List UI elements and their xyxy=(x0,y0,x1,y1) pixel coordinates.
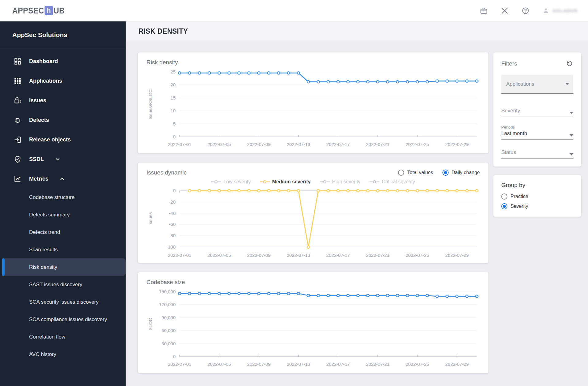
group-by-radio-severity[interactable]: Severity xyxy=(501,203,573,209)
radio-label: Practice xyxy=(510,194,528,199)
sidebar-item-scan-results[interactable]: Scan results xyxy=(0,241,126,258)
sidebar-item-ssdl[interactable]: SSDL xyxy=(0,149,126,169)
sidebar-item-defects[interactable]: Defects xyxy=(0,110,126,130)
legend-line-marker-icon xyxy=(211,180,221,184)
sidebar-item-defects-summary[interactable]: Defects summary xyxy=(0,206,126,223)
sidebar-item-label: Issues xyxy=(29,97,46,104)
sidebar-item-label: Codebase structure xyxy=(29,194,74,200)
svg-text:60,000: 60,000 xyxy=(161,328,176,333)
legend-medium-severity[interactable]: Medium severity xyxy=(260,179,310,185)
sidebar-item-label: SCA compliance issues discovery xyxy=(29,317,107,323)
svg-text:2022-07-01: 2022-07-01 xyxy=(168,142,192,147)
svg-text:2022-07-13: 2022-07-13 xyxy=(287,253,310,258)
sidebar-item-risk-density[interactable]: Risk density xyxy=(3,258,126,276)
sidebar-item-label: SSDL xyxy=(29,156,44,163)
chart-title: Risk density xyxy=(146,59,178,66)
sidebar-item-avc-history[interactable]: AVC history xyxy=(0,346,126,363)
sidebar-item-applications[interactable]: Applications xyxy=(0,71,126,91)
logo-text-suffix: UB xyxy=(54,6,65,16)
svg-text:2022-07-21: 2022-07-21 xyxy=(366,253,389,258)
logo-text-prefix: APPSEC xyxy=(12,6,44,16)
sidebar-item-label: Metrics xyxy=(29,176,48,182)
legend-high-severity[interactable]: High severity xyxy=(320,179,360,185)
svg-text:30,000: 30,000 xyxy=(161,341,176,346)
periods-select[interactable]: Last month xyxy=(501,130,573,140)
filters-column: Filters Applications Severity Periods La… xyxy=(493,52,581,386)
app-logo[interactable]: APPSEChUB xyxy=(12,6,65,16)
legend-critical-severity[interactable]: Critical severity xyxy=(370,179,415,185)
sidebar-item-label: Applications xyxy=(29,78,62,84)
user-icon xyxy=(542,7,549,14)
logo-h-letter: h xyxy=(47,6,51,15)
sidebar-title: AppSec Solutions xyxy=(0,21,126,48)
legend-line-marker-icon xyxy=(260,180,270,184)
codebase-size-chart: 030,00060,00090,000120,000150,0002022-07… xyxy=(146,287,480,370)
severity-select[interactable]: Severity xyxy=(501,108,573,117)
sidebar-item-label: SAST issues discovery xyxy=(29,282,82,288)
svg-text:2022-07-05: 2022-07-05 xyxy=(207,253,231,258)
dropdown-arrow-icon xyxy=(570,112,573,114)
svg-text:2022-07-09: 2022-07-09 xyxy=(247,253,271,258)
mode-radio-daily-change[interactable]: Daily change xyxy=(442,170,480,176)
svg-text:Issues: Issues xyxy=(148,212,153,225)
sidebar-item-sca-compliance-issues-discovery[interactable]: SCA compliance issues discovery xyxy=(0,311,126,328)
release-objects-icon xyxy=(13,136,22,144)
legend-label: Low severity xyxy=(223,179,251,185)
sidebar-item-codebase-structure[interactable]: Codebase structure xyxy=(0,189,126,206)
legend-label: Medium severity xyxy=(272,179,310,185)
svg-text:-40: -40 xyxy=(169,211,176,216)
legend-low-severity[interactable]: Low severity xyxy=(211,179,251,185)
metrics-icon xyxy=(13,175,22,183)
radio-checked-icon xyxy=(501,203,507,209)
radio-checked-icon xyxy=(442,170,449,176)
svg-text:SLOC: SLOC xyxy=(148,318,153,330)
svg-text:2022-07-25: 2022-07-25 xyxy=(406,142,429,147)
svg-text:2022-07-25: 2022-07-25 xyxy=(406,253,429,258)
radio-label: Daily change xyxy=(452,170,480,175)
sidebar-item-label: Defects trend xyxy=(29,229,60,235)
sidebar-item-sca-security-issues-discovery[interactable]: SCA security issues discovery xyxy=(0,293,126,311)
applications-select[interactable]: Applications xyxy=(501,75,573,94)
sidebar-item-correlation-flow[interactable]: Correlation flow xyxy=(0,328,126,346)
sidebar-item-sast-issues-discovery[interactable]: SAST issues discovery xyxy=(0,276,126,293)
user-menu[interactable]: AGLADUN xyxy=(542,7,578,14)
mode-radio-total-values[interactable]: Total values xyxy=(398,170,433,176)
svg-text:2022-07-29: 2022-07-29 xyxy=(445,253,469,258)
group-by-radio-practice[interactable]: Practice xyxy=(501,193,573,200)
filters-title: Filters xyxy=(501,60,517,67)
sidebar-item-defects-trend[interactable]: Defects trend xyxy=(0,223,126,241)
briefcase-icon[interactable] xyxy=(480,7,488,15)
topbar-actions: AGLADUN xyxy=(480,7,578,15)
status-select[interactable]: Status xyxy=(501,149,573,159)
chevron-up-icon xyxy=(59,175,66,182)
charts-column: Risk density 05101520252022-07-012022-07… xyxy=(138,52,488,386)
periods-value: Last month xyxy=(501,130,527,137)
svg-text:150,000: 150,000 xyxy=(159,289,176,294)
sidebar-item-issues[interactable]: Issues xyxy=(0,91,126,110)
svg-text:10: 10 xyxy=(170,108,176,113)
dashboard-icon xyxy=(13,57,22,66)
page-header: RISK DENSITY xyxy=(126,21,588,41)
svg-text:2022-07-09: 2022-07-09 xyxy=(247,142,271,147)
group-by-options: PracticeSeverity xyxy=(501,193,573,209)
svg-text:2022-07-09: 2022-07-09 xyxy=(247,362,271,367)
issues-dynamic-chart: 0-20-40-60-80-1002022-07-012022-07-05202… xyxy=(146,187,480,260)
sidebar-item-metrics[interactable]: Metrics xyxy=(0,169,126,189)
tools-icon[interactable] xyxy=(501,7,509,15)
issues-dynamic-mode-radios: Total valuesDaily change xyxy=(398,170,480,176)
severity-select-label: Severity xyxy=(501,108,520,114)
top-bar: APPSEChUB AGLADUN xyxy=(0,0,588,21)
sidebar-item-release-objects[interactable]: Release objects xyxy=(0,130,126,149)
help-icon[interactable] xyxy=(522,7,529,15)
svg-text:20: 20 xyxy=(170,82,176,87)
codebase-size-card: Codebase size 030,00060,00090,000120,000… xyxy=(138,272,488,373)
svg-text:2022-07-29: 2022-07-29 xyxy=(445,142,469,147)
group-by-title: Group by xyxy=(501,182,573,189)
sidebar-item-dashboard[interactable]: Dashboard xyxy=(0,51,126,71)
reset-filters-icon[interactable] xyxy=(566,60,573,67)
svg-text:2022-07-01: 2022-07-01 xyxy=(168,253,192,258)
svg-text:2022-07-17: 2022-07-17 xyxy=(326,362,350,367)
radio-label: Severity xyxy=(510,204,528,209)
username-blurred: AGLADUN xyxy=(552,8,578,13)
svg-text:25: 25 xyxy=(170,69,176,74)
